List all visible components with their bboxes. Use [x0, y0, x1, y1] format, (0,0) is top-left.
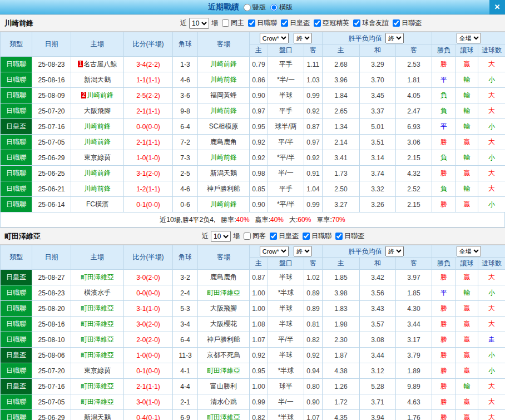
- corner-cell: 6-9: [173, 410, 198, 420]
- filter-option[interactable]: 日職聯: [303, 231, 331, 241]
- filter-option[interactable]: 亞冠精英: [314, 18, 349, 28]
- result-cell: 勝: [432, 135, 456, 150]
- team-recent-section: 川崎前鋒 近10場同主日職聯日皇盃亞冠精英球會友誼日聯盃 類型 日期 主場 比分…: [0, 14, 505, 228]
- filter-option[interactable]: 日皇盃: [270, 231, 299, 241]
- filter-checkbox[interactable]: [314, 19, 321, 27]
- filter-checkbox[interactable]: [222, 19, 229, 27]
- handicap-cell: 半球: [268, 317, 304, 332]
- view-mode-option[interactable]: 豎版: [244, 3, 266, 12]
- ah-away-odds-cell: 0.89: [304, 301, 323, 317]
- home-team-cell: 大阪飛腳: [71, 103, 124, 119]
- fullgame-select[interactable]: 全場: [457, 246, 481, 256]
- corner-cell: 3-4: [173, 317, 198, 332]
- near-label: 近: [180, 18, 187, 28]
- handicap-cell: 球半: [268, 379, 304, 394]
- team-name: 町田澤維亞: [81, 320, 114, 328]
- filter-option[interactable]: 日聯盃: [393, 18, 422, 28]
- score-cell: 3-0(2-0): [124, 317, 173, 332]
- europe-final-select[interactable]: 終: [385, 33, 404, 43]
- filter-checkbox[interactable]: [303, 233, 310, 240]
- score-cell: 3-1(2-0): [124, 166, 173, 181]
- euro-away-cell: 3.44: [396, 317, 432, 332]
- away-team-cell: 町田澤維亞: [198, 285, 250, 301]
- titlebar: 近期戰績 豎版橫版 ✕: [0, 0, 505, 14]
- away-team-cell: 川崎前鋒: [198, 197, 250, 213]
- match-row: 日皇盃25-08-06町田澤維亞1-0(0-0)11-3京都不死鳥0.92半球0…: [1, 348, 505, 363]
- team-name: 町田澤維亞: [81, 304, 114, 312]
- rank-badge: 2: [81, 92, 87, 98]
- recent-count-select[interactable]: 10: [189, 18, 209, 29]
- bookmaker-select[interactable]: Crow*: [260, 246, 289, 256]
- handicap-cell: *半球: [268, 285, 304, 301]
- euro-draw-cell: 3.70: [360, 72, 396, 88]
- goals-cell: 小: [478, 348, 505, 363]
- result-cell: 勝: [432, 332, 456, 348]
- goals-cell: 小: [478, 119, 505, 135]
- away-team-cell: 神戶勝利船: [198, 181, 250, 197]
- view-mode-radio[interactable]: [270, 4, 278, 11]
- match-row: 日職聯25-06-21川崎前鋒1-2(1-1)4-6神戶勝利船0.85平手1.0…: [1, 181, 505, 197]
- ah-home-odds-cell: 0.95: [250, 363, 268, 379]
- view-mode-radio[interactable]: [244, 4, 251, 11]
- team-name: 新潟天鵝: [84, 76, 111, 83]
- filter-checkbox[interactable]: [353, 19, 360, 27]
- euro-draw-cell: 3.42: [360, 270, 396, 285]
- filter-checkbox[interactable]: [244, 233, 251, 240]
- filter-option[interactable]: 日職聯: [248, 18, 277, 28]
- col-eu-draw: 和: [360, 258, 396, 270]
- euro-home-cell: 1.85: [323, 270, 360, 285]
- filter-checkbox[interactable]: [248, 19, 255, 27]
- corner-cell: 4-4: [173, 379, 198, 394]
- filter-checkbox[interactable]: [270, 233, 277, 240]
- euro-home-cell: 1.26: [323, 379, 360, 394]
- league-cell: 日職聯: [1, 317, 32, 332]
- rank-badge: 1: [78, 61, 83, 67]
- ah-away-odds-cell: 0.80: [304, 379, 323, 394]
- date-cell: 25-08-16: [32, 317, 71, 332]
- filter-option[interactable]: 同客: [244, 231, 266, 241]
- league-cell: 日職聯: [1, 332, 32, 348]
- league-cell: 日職聯: [1, 150, 32, 166]
- filter-option[interactable]: 球會友誼: [353, 18, 389, 28]
- europe-final-select[interactable]: 終: [385, 246, 404, 256]
- results-table: 類型 日期 主場 比分(半場) 角球 客場 Crow* 終 胜平负均值 終: [0, 32, 505, 213]
- result-cell: 勝: [432, 166, 456, 181]
- filter-checkbox[interactable]: [335, 233, 343, 240]
- bookmaker-select[interactable]: Crow*: [260, 33, 289, 43]
- filter-checkbox[interactable]: [281, 19, 288, 27]
- filter-option[interactable]: 日聯盃: [335, 231, 364, 241]
- match-row: 日職聯25-08-231名古屋八鯨3-4(2-2)1-3川崎前鋒0.79平手1.…: [1, 57, 505, 72]
- euro-home-cell: 2.50: [323, 181, 360, 197]
- score-cell: 0-0(0-0): [124, 285, 173, 301]
- col-goals: 进球数: [478, 258, 505, 270]
- euro-home-cell: 2.68: [323, 57, 360, 72]
- asian-final-select[interactable]: 終: [294, 246, 312, 256]
- filter-option[interactable]: 同主: [222, 18, 244, 28]
- result-cell: 勝: [432, 57, 456, 72]
- euro-draw-cell: 3.14: [360, 150, 396, 166]
- view-mode-option[interactable]: 橫版: [270, 3, 293, 12]
- summary-stat-label: 勝率:: [221, 216, 236, 224]
- home-team-cell: 東京綠茵: [71, 363, 124, 379]
- col-ah-away: 客: [304, 45, 323, 57]
- asian-final-select[interactable]: 終: [294, 33, 312, 43]
- handicap-result-cell: 贏: [456, 394, 478, 410]
- filter-option[interactable]: 日皇盃: [281, 18, 310, 28]
- corner-cell: 7-3: [173, 150, 198, 166]
- handicap-cell: 半球: [268, 88, 304, 103]
- handicap-result-cell: 贏: [456, 270, 478, 285]
- recent-count-select[interactable]: 10: [211, 231, 231, 242]
- goals-cell: 大: [478, 57, 505, 72]
- date-cell: 25-08-09: [32, 88, 71, 103]
- close-button[interactable]: ✕: [489, 0, 505, 14]
- team-name: 川崎前鋒: [84, 138, 111, 146]
- score-cell: 1-2(1-1): [124, 181, 173, 197]
- match-row: 日職聯25-08-23橫濱水手0-0(0-0)2-4町田澤維亞1.00*半球0.…: [1, 285, 505, 301]
- filter-checkbox[interactable]: [393, 19, 400, 27]
- euro-away-cell: 4.63: [396, 394, 432, 410]
- handicap-result-cell: 輸: [456, 150, 478, 166]
- fullgame-select[interactable]: 全場: [457, 33, 481, 43]
- corner-cell: 2-1: [173, 394, 198, 410]
- euro-home-cell: 1.98: [323, 317, 360, 332]
- col-type: 類型: [1, 32, 32, 57]
